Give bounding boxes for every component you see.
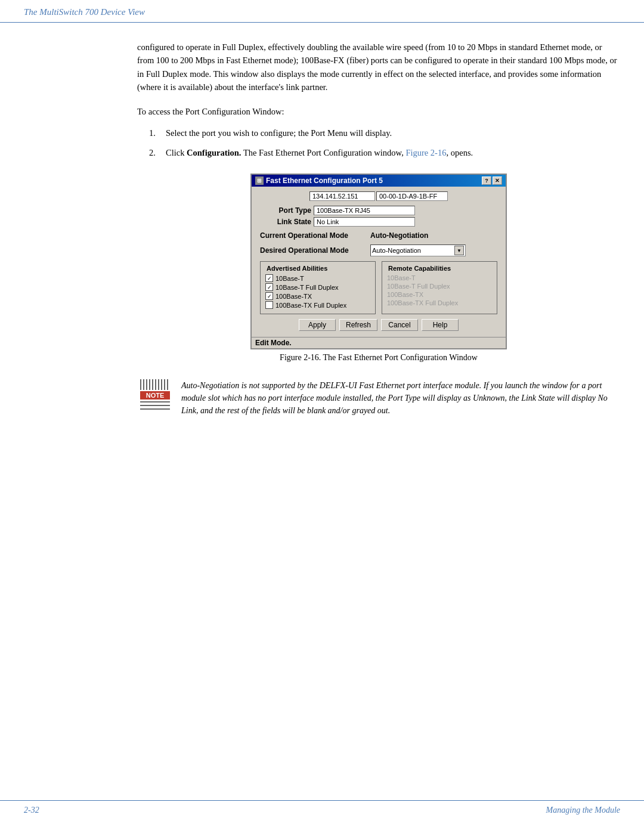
remote-label-4: 100Base-TX Full Duplex [387, 299, 458, 306]
help-button-titlebar[interactable]: ? [482, 176, 491, 185]
abilities-section: Advertised Abilities ✓ 10Base-T ✓ 10Base… [260, 261, 497, 314]
figure-caption: Figure 2-16. The Fast Ethernet Port Conf… [280, 353, 478, 363]
note-line-1 [140, 401, 170, 402]
note-lines-icon [140, 401, 170, 412]
dialog-titlebar-left: ⊞ Fast Ethernet Configuration Port 5 [255, 176, 383, 185]
close-button-titlebar[interactable]: ✕ [493, 176, 502, 185]
ip-mac-row: 134.141.52.151 00-00-1D-A9-1B-FF [258, 191, 500, 201]
link-state-label: Link State [264, 218, 311, 226]
ability-label-1: 10Base-T [275, 275, 304, 282]
checkbox-10base-t[interactable]: ✓ [265, 274, 273, 282]
dialog-titlebar: ⊞ Fast Ethernet Configuration Port 5 ? ✕ [252, 175, 506, 187]
current-op-value: Auto-Negotiation [370, 231, 428, 240]
checkbox-100base-tx-full[interactable] [265, 301, 273, 309]
desired-op-row: Desired Operational Mode Auto-Negotiatio… [258, 243, 500, 258]
ability-label-3: 100Base-TX [275, 293, 312, 300]
step-1-text: Select the port you wish to configure; t… [166, 126, 392, 140]
note-line-2 [140, 405, 170, 406]
current-op-row: Current Operational Mode Auto-Negotiatio… [258, 230, 500, 241]
dropdown-arrow-icon[interactable]: ▼ [454, 246, 464, 255]
ability-item-4: 100Base-TX Full Duplex [265, 301, 370, 309]
remote-label-3: 100Base-TX [387, 291, 423, 298]
desired-op-label: Desired Operational Mode [260, 246, 370, 255]
ability-item-1: ✓ 10Base-T [265, 274, 370, 282]
desired-op-select[interactable]: Auto-Negotiation ▼ [370, 244, 466, 256]
remote-item-4: 100Base-TX Full Duplex [387, 299, 492, 306]
step-1-num: 1. [149, 126, 161, 140]
step-2-after: The Fast Ethernet Port Configuration win… [243, 148, 404, 157]
list-item: 2. Click Configuration. The Fast Etherne… [149, 146, 620, 159]
main-content: configured to operate in Full Duplex, ef… [0, 23, 644, 447]
port-type-value: 100Base-TX RJ45 [314, 206, 415, 215]
edit-mode-bar: Edit Mode. [252, 337, 506, 348]
note-icon-block: NOTE [137, 379, 173, 417]
note-dots-icon [140, 379, 170, 390]
desired-op-value: Auto-Negotiation [372, 247, 421, 254]
step-2-bold: Configuration. [187, 148, 241, 157]
access-intro: To access the Port Configuration Window: [137, 105, 620, 118]
ability-label-2: 10Base-T Full Duplex [275, 284, 339, 291]
figure-link[interactable]: Figure 2-16 [405, 148, 446, 157]
step-2-num: 2. [149, 146, 161, 159]
dialog-title: Fast Ethernet Configuration Port 5 [266, 176, 383, 185]
note-label: NOTE [140, 391, 170, 400]
checkbox-100base-tx[interactable]: ✓ [265, 292, 273, 300]
note-text: Auto-Negotiation is not supported by the… [181, 379, 620, 417]
remote-capabilities-group: Remote Capabilities 10Base-T 10Base-T Fu… [382, 261, 497, 314]
dialog-buttons: Apply Refresh Cancel Help [258, 319, 500, 331]
header-title: The MultiSwitch 700 Device View [24, 7, 145, 17]
advertised-abilities-group: Advertised Abilities ✓ 10Base-T ✓ 10Base… [260, 261, 376, 314]
current-op-label: Current Operational Mode [260, 231, 370, 240]
link-state-row: Link State No Link [264, 217, 500, 227]
ability-label-4: 100Base-TX Full Duplex [275, 302, 346, 309]
checkbox-10base-t-full[interactable]: ✓ [265, 283, 273, 291]
footer: 2-32 Managing the Module [0, 800, 644, 815]
list-item: 1. Select the port you wish to configure… [149, 126, 620, 140]
port-type-row: Port Type 100Base-TX RJ45 [264, 206, 500, 215]
remote-item-3: 100Base-TX [387, 291, 492, 298]
dialog-wrapper: ⊞ Fast Ethernet Configuration Port 5 ? ✕… [137, 174, 620, 363]
port-type-label: Port Type [264, 206, 311, 215]
footer-section-title: Managing the Module [546, 806, 620, 815]
dialog-titlebar-controls: ? ✕ [482, 176, 502, 185]
header-bar: The MultiSwitch 700 Device View [0, 0, 644, 23]
refresh-button[interactable]: Refresh [339, 319, 377, 331]
step-2-text: Click Configuration. The Fast Ethernet P… [166, 146, 473, 159]
body-paragraph: configured to operate in Full Duplex, ef… [137, 41, 620, 94]
dialog-app-icon: ⊞ [255, 176, 264, 185]
dialog-box: ⊞ Fast Ethernet Configuration Port 5 ? ✕… [250, 174, 507, 349]
remote-label-1: 10Base-T [387, 274, 416, 281]
steps-list: 1. Select the port you wish to configure… [149, 126, 620, 159]
ability-item-2: ✓ 10Base-T Full Duplex [265, 283, 370, 291]
remote-item-2: 10Base-T Full Duplex [387, 283, 492, 290]
link-state-value: No Link [314, 217, 415, 227]
step-2-end: , opens. [446, 148, 473, 157]
note-line-3 [140, 408, 170, 410]
ip-field: 134.141.52.151 [309, 191, 375, 201]
ability-item-3: ✓ 100Base-TX [265, 292, 370, 300]
advertised-abilities-title: Advertised Abilities [265, 265, 329, 272]
note-container: NOTE Auto-Negotiation is not supported b… [137, 379, 620, 417]
remote-label-2: 10Base-T Full Duplex [387, 283, 450, 290]
cancel-button[interactable]: Cancel [381, 319, 418, 331]
apply-button[interactable]: Apply [299, 319, 336, 331]
dialog-body: 134.141.52.151 00-00-1D-A9-1B-FF Port Ty… [252, 187, 506, 337]
mac-field: 00-00-1D-A9-1B-FF [376, 191, 448, 201]
remote-capabilities-title: Remote Capabilities [387, 265, 452, 272]
remote-item-1: 10Base-T [387, 274, 492, 281]
footer-page-number: 2-32 [24, 806, 39, 815]
help-button[interactable]: Help [422, 319, 459, 331]
